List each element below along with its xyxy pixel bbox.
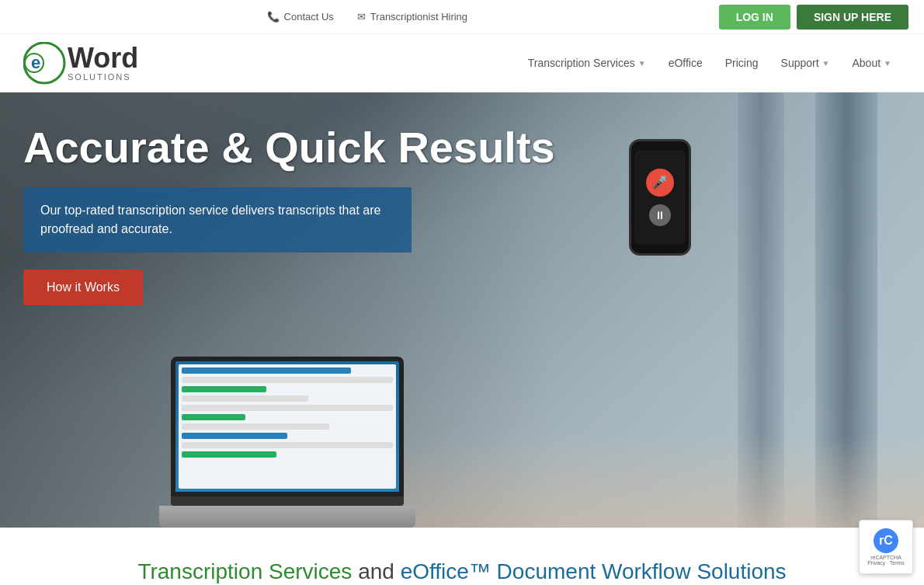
laptop-screen-content <box>179 364 396 489</box>
hero-description: Our top-rated transcription service deli… <box>40 201 394 239</box>
hero-content: Accurate & Quick Results Our top-rated t… <box>23 124 555 305</box>
hero-title: Accurate & Quick Results <box>23 124 555 172</box>
laptop-keyboard <box>159 506 415 528</box>
contact-us-label: Contact Us <box>284 11 334 23</box>
how-it-works-button[interactable]: How it Works <box>23 270 143 305</box>
bottom-title-transcription: Transcription Services <box>137 559 352 583</box>
chevron-down-icon: ▼ <box>638 59 646 68</box>
nav-about-label: About <box>853 57 881 69</box>
nav-item-eoffice[interactable]: eOffice <box>659 50 712 75</box>
pause-symbol: ⏸ <box>655 209 665 221</box>
nav-transcription-label: Transcription Services <box>528 57 635 69</box>
hero-laptop <box>171 357 404 528</box>
nav-eoffice-label: eOffice <box>669 57 703 69</box>
nav-item-support[interactable]: Support ▼ <box>772 50 839 75</box>
laptop-rows <box>179 364 396 464</box>
laptop-row <box>182 433 287 439</box>
phone-controls: 🎤 ⏸ <box>646 169 674 226</box>
laptop-row <box>182 367 351 374</box>
hero-phone: 🎤 ⏸ <box>629 139 691 256</box>
logo-solutions: SOLUTIONS <box>68 72 138 82</box>
laptop-row <box>182 405 393 411</box>
bottom-section: Transcription Services and eOffice™ Docu… <box>0 528 924 585</box>
laptop-row <box>182 395 308 402</box>
recaptcha-logo: rC <box>874 528 898 553</box>
nav-links: Transcription Services ▼ eOffice Pricing… <box>519 50 901 75</box>
bottom-title: Transcription Services and eOffice™ Docu… <box>23 559 901 584</box>
phone-screen: 🎤 ⏸ <box>634 150 686 245</box>
nav-bar: e Word SOLUTIONS Transcription Services … <box>0 34 924 92</box>
laptop-row <box>182 442 393 448</box>
signup-button[interactable]: SIGN UP HERE <box>797 5 908 30</box>
top-bar-buttons: LOG IN SIGN UP HERE <box>719 5 908 30</box>
mic-icon: 🎤 <box>652 175 668 190</box>
login-button[interactable]: LOG IN <box>719 5 790 30</box>
nav-item-pricing[interactable]: Pricing <box>716 50 768 75</box>
bottom-title-and: and <box>352 559 400 583</box>
nav-pricing-label: Pricing <box>725 57 759 69</box>
hero-section: 🎤 ⏸ Accurate & Quick Results Our top-rat… <box>0 92 924 528</box>
phone-icon: 📞 <box>267 11 280 23</box>
hero-description-box: Our top-rated transcription service deli… <box>23 187 412 252</box>
top-bar: 📞 Contact Us ✉ Transcriptionist Hiring L… <box>0 0 924 34</box>
laptop-base <box>171 496 404 506</box>
laptop-screen <box>171 357 404 496</box>
logo[interactable]: e Word SOLUTIONS <box>23 42 138 85</box>
pause-icon: ⏸ <box>649 204 671 226</box>
logo-icon: e <box>23 42 66 85</box>
transcriptionist-hiring-label: Transcriptionist Hiring <box>370 11 467 23</box>
laptop-row <box>182 451 276 458</box>
contact-us-link[interactable]: 📞 Contact Us <box>267 11 334 23</box>
chevron-down-icon-support: ▼ <box>822 59 830 68</box>
nav-item-transcription[interactable]: Transcription Services ▼ <box>519 50 655 75</box>
laptop-row <box>182 386 266 392</box>
logo-text: Word SOLUTIONS <box>68 44 138 82</box>
phone-record-button: 🎤 <box>646 169 674 197</box>
email-icon: ✉ <box>357 11 366 23</box>
transcriptionist-hiring-link[interactable]: ✉ Transcriptionist Hiring <box>357 11 467 23</box>
recaptcha-badge: rC reCAPTCHAPrivacy · Terms <box>859 520 913 574</box>
laptop-row <box>182 414 245 420</box>
laptop-row <box>182 423 329 430</box>
chevron-down-icon-about: ▼ <box>884 59 891 68</box>
nav-support-label: Support <box>781 57 819 69</box>
nav-item-about[interactable]: About ▼ <box>843 50 901 75</box>
laptop-row <box>182 377 393 383</box>
bottom-title-eoffice: eOffice™ Document Workflow Solutions <box>401 559 787 583</box>
phone-body: 🎤 ⏸ <box>629 139 691 256</box>
top-bar-center-links: 📞 Contact Us ✉ Transcriptionist Hiring <box>267 11 468 23</box>
logo-word: Word <box>68 44 138 72</box>
recaptcha-label: reCAPTCHAPrivacy · Terms <box>867 555 905 566</box>
